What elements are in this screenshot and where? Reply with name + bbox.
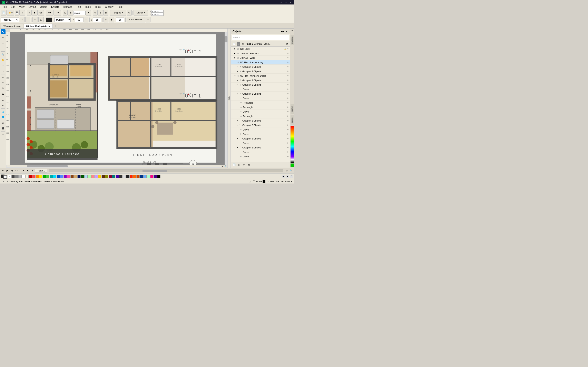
opacity-up[interactable]: + <box>84 17 88 22</box>
new-layer-btn[interactable]: 📄 <box>232 163 236 167</box>
redo-button[interactable]: ↪▾ <box>53 10 61 16</box>
tree-eye-curve2[interactable]: 👁 <box>286 97 289 100</box>
tree-eye-curve8[interactable]: 👁 <box>286 155 289 158</box>
tree-item-curve2[interactable]: ─ Curve 👁 <box>231 96 290 100</box>
tree-eye-rect1[interactable]: 👁 <box>286 101 289 104</box>
tree-item-curve6[interactable]: ─ Curve 👁 <box>231 141 290 145</box>
tree-eye-rect2[interactable]: 👁 <box>286 106 289 109</box>
tree-eye-curve3[interactable]: 👁 <box>286 110 289 113</box>
drawing-canvas[interactable]: MASTER 3.6m×3.3m 3 VISITOR STORE <box>10 32 227 165</box>
shape-tool[interactable]: ⋮ <box>1 46 6 51</box>
swatch-gold[interactable] <box>98 175 102 178</box>
swatch-brown[interactable] <box>70 175 74 178</box>
swatch-black[interactable] <box>157 175 160 178</box>
tree-item-u3-windows[interactable]: ▼ ⊞ U3 Plan - Windows Doors 👁 <box>231 74 290 78</box>
zoom-tool[interactable]: 🔍 <box>1 52 6 57</box>
delete-layer-btn[interactable]: 🗑 <box>247 163 251 167</box>
v-scroll-thumb[interactable] <box>225 36 227 42</box>
next-page-btn[interactable]: ▶ <box>21 169 26 173</box>
undo-button[interactable]: ↩▾ <box>46 10 53 16</box>
select-tool[interactable]: ↖ <box>1 29 6 34</box>
new-button[interactable]: 📄 <box>1 10 7 16</box>
swatch-lightgray[interactable] <box>122 175 126 178</box>
print-button[interactable]: 🖨 <box>20 10 25 16</box>
tree-eye-curve1[interactable]: 👁 <box>286 88 289 91</box>
tree-eye-u3-windows[interactable]: 👁 <box>286 75 289 77</box>
tree-item-rect3[interactable]: ▭ Rectangle 👁 <box>231 114 290 118</box>
swatch-lavender[interactable] <box>95 175 98 178</box>
h-scroll-zoom[interactable]: 🔍 <box>224 165 227 168</box>
swatch-blue2[interactable] <box>60 175 63 178</box>
feather-dir-btn[interactable]: ◈ <box>104 17 108 22</box>
new-master-btn[interactable]: ⊞ <box>237 163 241 167</box>
pattern-tool[interactable]: ⊞ <box>1 121 6 125</box>
menu-window[interactable]: Window <box>103 4 116 9</box>
swatch-darkgray[interactable] <box>119 175 122 178</box>
palette-more-btn[interactable]: ⋮ <box>290 175 293 178</box>
prev-page-btn[interactable]: ◀ <box>10 169 14 173</box>
tree-item-rect1[interactable]: ▭ Rectangle 👁 <box>231 100 290 105</box>
shadow-flat-btn[interactable]: □ <box>33 17 38 22</box>
tab-add-button[interactable]: + <box>53 24 58 28</box>
panel-title-controls[interactable]: ◀▶ ✕ <box>281 30 288 33</box>
h-scroll-expand[interactable]: ⊕ <box>221 165 224 168</box>
blend-mode-dropdown[interactable]: Multiply <box>54 17 71 22</box>
page-settings-btn[interactable]: ⊞ <box>30 169 35 173</box>
h-scroll-thumb-nav[interactable] <box>143 170 167 172</box>
swatch-lightblue[interactable] <box>84 175 87 178</box>
poly-tool[interactable]: ⬡ <box>1 85 6 90</box>
text-tool[interactable]: A <box>1 92 6 96</box>
tree-eye-title-block[interactable]: 👁 <box>286 48 289 50</box>
swatch-salmon[interactable] <box>91 175 95 178</box>
swatch-red2[interactable] <box>32 175 35 178</box>
swatch-darkblue[interactable] <box>140 175 143 178</box>
tree-eye-win-grp7[interactable]: 👁 <box>286 146 289 149</box>
tree-item-curve3[interactable]: ─ Curve 👁 <box>231 109 290 114</box>
zoom-dropdown[interactable]: ▾ <box>86 10 91 16</box>
tree-item-u3-plan-walls[interactable]: ▶ ⊞ U3 Plan - Walls 👁 <box>231 56 290 60</box>
tree-item-curve7[interactable]: ─ Curve 👁 <box>231 150 290 154</box>
swatch-navy[interactable] <box>77 175 81 178</box>
swatch-cream[interactable] <box>25 175 29 178</box>
tree-item-curve4[interactable]: ─ Curve 👁 <box>231 127 290 132</box>
maximize-button[interactable]: □ <box>284 1 288 4</box>
tree-item-win-grp3[interactable]: ▶ ╱ Group of 2 Objects 👁 <box>231 92 290 96</box>
prev-page-first-btn[interactable]: |◀ <box>5 169 9 173</box>
shadow-persp-btn[interactable]: ◱ <box>38 17 44 22</box>
tree-item-land-grp2[interactable]: ▶ ✦ Group of 2 Objects 👁 <box>231 69 290 74</box>
h-scroll-thumb[interactable] <box>27 165 68 167</box>
swatch-hotpink[interactable] <box>150 175 154 178</box>
blend-fill[interactable]: ⬛ <box>1 126 6 131</box>
export-pdf-button[interactable]: PDF <box>37 10 44 16</box>
palette-left-btn[interactable]: ◀ <box>282 175 285 178</box>
swatch-gray2[interactable] <box>15 175 18 178</box>
menu-view[interactable]: View <box>17 4 26 9</box>
tree-item-curve5[interactable]: │ Curve 👁 <box>231 132 290 136</box>
open-button[interactable]: 📂▾ <box>7 10 14 16</box>
tree-item-u3-plan-text[interactable]: ▶ ⊞ U3 Plan - Plan Text 👁 <box>231 51 290 56</box>
tree-item-rect2[interactable]: ▭ Rectangle 👁 <box>231 105 290 109</box>
menu-text[interactable]: Text <box>74 4 83 9</box>
options2[interactable]: ⊞ <box>98 10 103 16</box>
feather2-input[interactable] <box>116 17 124 22</box>
swatch-charcoal[interactable] <box>126 175 129 178</box>
zoom-input[interactable] <box>73 11 86 15</box>
menu-edit[interactable]: Edit <box>9 4 17 9</box>
zoom-page-button[interactable]: ⊞ <box>68 10 73 16</box>
menu-bitmaps[interactable]: Bitmaps <box>61 4 74 9</box>
swatch-maroon[interactable] <box>109 175 112 178</box>
settings-button[interactable]: ⚙ <box>127 10 132 16</box>
page-1-tab[interactable]: Page 1 <box>35 169 47 173</box>
ellipse-tool[interactable]: ○ <box>1 80 6 85</box>
hints-tab[interactable]: Hints <box>227 29 231 167</box>
save-button[interactable]: 💾 <box>15 10 20 16</box>
swatch-red1[interactable] <box>29 175 32 178</box>
tree-item-curve1[interactable]: ─ Curve 👁 <box>231 87 290 92</box>
zoom-fit-button[interactable]: ⊡ <box>63 10 68 16</box>
feather-type-btn[interactable]: ◉ <box>109 17 114 22</box>
menu-effects[interactable]: Effects <box>49 4 61 9</box>
menu-layout[interactable]: Layout <box>26 4 38 9</box>
remove-preset-btn[interactable]: − <box>25 17 30 22</box>
snap-to-dropdown[interactable]: Snap To ▾ <box>110 10 126 16</box>
tree-item-win-grp6[interactable]: ▶ ⌒ Group of 2 Objects 👁 <box>231 136 290 141</box>
